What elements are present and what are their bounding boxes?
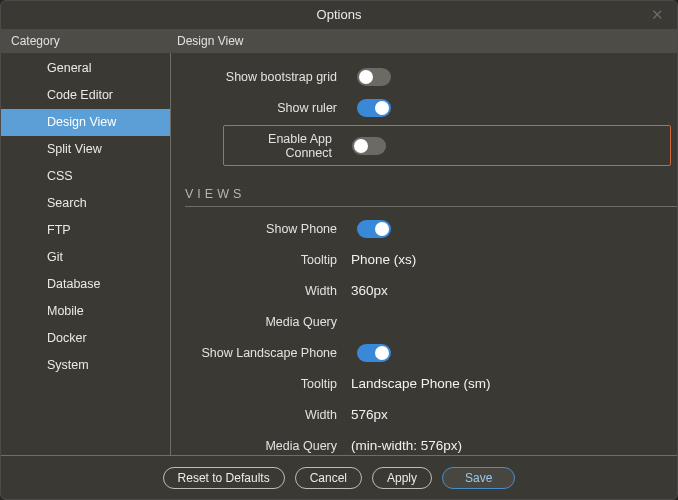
sidebar-item-css[interactable]: CSS	[1, 163, 170, 190]
show-landscape-phone-label: Show Landscape Phone	[171, 346, 345, 360]
sidebar-item-mobile[interactable]: Mobile	[1, 298, 170, 325]
sidebar-item-design-view[interactable]: Design View	[1, 109, 170, 136]
options-modal: Options ✕ Category Design View General C…	[0, 0, 678, 500]
sidebar-item-label: Docker	[47, 331, 87, 345]
sidebar-item-label: Code Editor	[47, 88, 113, 102]
settings-panel: Show bootstrap grid Show ruler Enable Ap…	[171, 53, 677, 455]
sidebar-item-label: General	[47, 61, 91, 75]
reset-to-defaults-button[interactable]: Reset to Defaults	[163, 467, 285, 489]
toggle-knob-icon	[375, 346, 389, 360]
sidebar-item-label: Split View	[47, 142, 102, 156]
sidebar-item-label: CSS	[47, 169, 73, 183]
window-titlebar: Options ✕	[1, 1, 677, 29]
sidebar-item-label: FTP	[47, 223, 71, 237]
views-section-title: VIEWS	[185, 187, 245, 201]
sidebar-item-label: System	[47, 358, 89, 372]
landscape-media-query-label: Media Query	[171, 439, 345, 453]
landscape-width-value[interactable]: 576px	[345, 407, 677, 422]
phone-width-label: Width	[171, 284, 345, 298]
enable-app-connect-highlight: Enable App Connect	[223, 125, 671, 166]
show-bootstrap-grid-label: Show bootstrap grid	[171, 70, 345, 84]
enable-app-connect-toggle[interactable]	[352, 137, 386, 155]
show-phone-toggle[interactable]	[357, 220, 391, 238]
close-icon[interactable]: ✕	[645, 1, 669, 29]
category-column-header: Category	[1, 29, 171, 53]
sidebar-item-system[interactable]: System	[1, 352, 170, 379]
sidebar-item-database[interactable]: Database	[1, 271, 170, 298]
sidebar-item-search[interactable]: Search	[1, 190, 170, 217]
sidebar-item-label: Design View	[47, 115, 116, 129]
enable-app-connect-label: Enable App Connect	[224, 132, 340, 160]
cancel-button[interactable]: Cancel	[295, 467, 362, 489]
sidebar-item-label: Search	[47, 196, 87, 210]
landscape-tooltip-label: Tooltip	[171, 377, 345, 391]
show-landscape-phone-toggle[interactable]	[357, 344, 391, 362]
sidebar-item-label: Git	[47, 250, 63, 264]
sidebar-item-code-editor[interactable]: Code Editor	[1, 82, 170, 109]
sidebar-scrollbar[interactable]	[164, 53, 170, 455]
sidebar-item-docker[interactable]: Docker	[1, 325, 170, 352]
show-bootstrap-grid-toggle[interactable]	[357, 68, 391, 86]
phone-tooltip-label: Tooltip	[171, 253, 345, 267]
views-section-header: VIEWS	[185, 184, 677, 207]
window-title: Options	[317, 7, 362, 22]
sidebar-item-ftp[interactable]: FTP	[1, 217, 170, 244]
landscape-media-query-value[interactable]: (min-width: 576px)	[345, 438, 677, 453]
landscape-tooltip-value[interactable]: Landscape Phone (sm)	[345, 376, 677, 391]
sidebar-item-git[interactable]: Git	[1, 244, 170, 271]
show-ruler-toggle[interactable]	[357, 99, 391, 117]
toggle-knob-icon	[375, 101, 389, 115]
sidebar-item-label: Database	[47, 277, 101, 291]
sidebar-item-general[interactable]: General	[1, 55, 170, 82]
show-phone-label: Show Phone	[171, 222, 345, 236]
save-button[interactable]: Save	[442, 467, 515, 489]
toggle-knob-icon	[375, 222, 389, 236]
columns-header: Category Design View	[1, 29, 677, 53]
category-sidebar: General Code Editor Design View Split Vi…	[1, 53, 171, 455]
landscape-width-label: Width	[171, 408, 345, 422]
sidebar-item-split-view[interactable]: Split View	[1, 136, 170, 163]
page-title: Design View	[171, 29, 677, 53]
show-ruler-label: Show ruler	[171, 101, 345, 115]
phone-media-query-label: Media Query	[171, 315, 345, 329]
phone-width-value[interactable]: 360px	[345, 283, 677, 298]
sidebar-item-label: Mobile	[47, 304, 84, 318]
toggle-knob-icon	[354, 139, 368, 153]
apply-button[interactable]: Apply	[372, 467, 432, 489]
phone-tooltip-value[interactable]: Phone (xs)	[345, 252, 677, 267]
toggle-knob-icon	[359, 70, 373, 84]
dialog-footer: Reset to Defaults Cancel Apply Save	[1, 455, 677, 499]
